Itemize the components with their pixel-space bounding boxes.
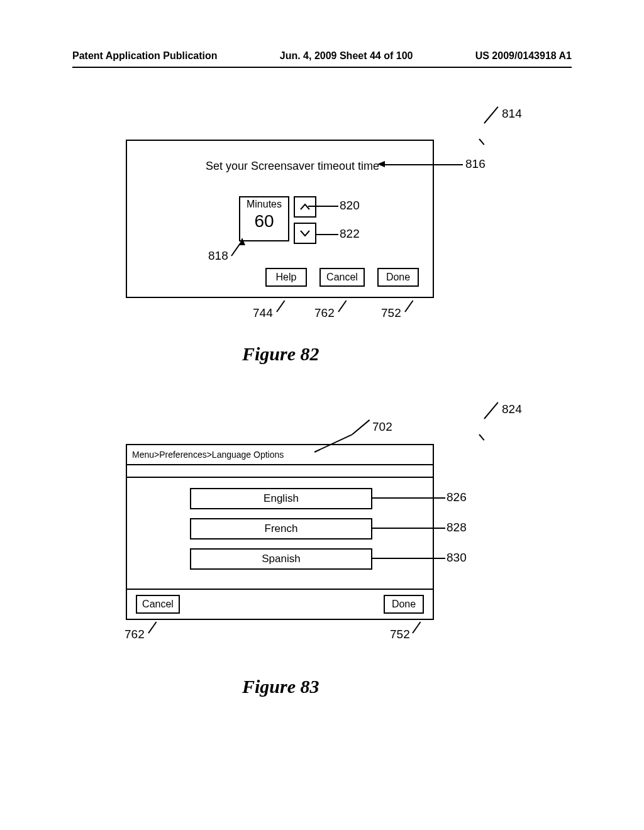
ref-814: 814 bbox=[502, 107, 522, 121]
panel-title: Set your Screensaver timeout time bbox=[127, 160, 433, 173]
lead-line bbox=[372, 558, 445, 559]
language-label: Spanish bbox=[262, 553, 300, 565]
language-label: French bbox=[265, 523, 298, 535]
ref-822: 822 bbox=[340, 227, 360, 241]
language-option-english[interactable]: English bbox=[190, 488, 372, 509]
lead-line bbox=[148, 621, 157, 633]
lead-line bbox=[484, 402, 498, 419]
done-button-label: Done bbox=[392, 599, 416, 610]
lead-line bbox=[316, 206, 338, 207]
figure-82-caption: Figure 82 bbox=[242, 343, 319, 365]
breadcrumb: Menu>Preferences>Language Options bbox=[127, 445, 433, 465]
bottom-bar: Cancel Done bbox=[127, 589, 433, 619]
arrowhead-icon bbox=[239, 238, 245, 245]
help-button-label: Help bbox=[276, 272, 297, 283]
lead-line bbox=[372, 528, 445, 529]
lead-line bbox=[484, 106, 498, 123]
ref-762: 762 bbox=[314, 306, 335, 320]
minutes-decrement-button[interactable] bbox=[294, 223, 316, 244]
cancel-button[interactable]: Cancel bbox=[319, 268, 365, 287]
done-button[interactable]: Done bbox=[384, 595, 424, 614]
ref-816: 816 bbox=[465, 157, 486, 171]
arrow-tick bbox=[479, 138, 484, 145]
minutes-label: Minutes bbox=[240, 199, 288, 210]
ref-818: 818 bbox=[208, 249, 228, 263]
lead-line bbox=[372, 497, 445, 499]
cancel-button-label: Cancel bbox=[326, 272, 358, 283]
arrowhead-icon bbox=[377, 161, 385, 167]
breadcrumb-text: Menu>Preferences>Language Options bbox=[132, 450, 284, 460]
language-option-french[interactable]: French bbox=[190, 518, 372, 540]
header-center: Jun. 4, 2009 Sheet 44 of 100 bbox=[280, 50, 413, 62]
header-right: US 2009/0143918 A1 bbox=[475, 50, 572, 62]
minutes-display: Minutes 60 bbox=[239, 196, 289, 241]
header-left: Patent Application Publication bbox=[72, 50, 218, 62]
lead-line bbox=[412, 621, 421, 633]
lead-tick bbox=[308, 206, 316, 207]
ref-752: 752 bbox=[381, 306, 401, 320]
lead-line bbox=[384, 164, 463, 165]
help-button[interactable]: Help bbox=[265, 268, 307, 287]
ref-828: 828 bbox=[447, 521, 467, 534]
ref-762b: 762 bbox=[125, 628, 145, 641]
ref-752b: 752 bbox=[390, 628, 410, 641]
ref-830: 830 bbox=[447, 551, 467, 565]
lead-line bbox=[352, 419, 370, 435]
cancel-button[interactable]: Cancel bbox=[136, 595, 180, 614]
chevron-down-icon bbox=[299, 230, 311, 237]
lead-line bbox=[404, 300, 413, 312]
language-options-panel: Menu>Preferences>Language Options Englis… bbox=[126, 444, 434, 620]
ref-824: 824 bbox=[502, 402, 522, 416]
ref-702: 702 bbox=[372, 420, 392, 434]
ref-744: 744 bbox=[253, 306, 273, 320]
done-button[interactable]: Done bbox=[377, 268, 419, 287]
language-label: English bbox=[264, 492, 299, 505]
lead-line bbox=[316, 234, 338, 235]
divider bbox=[127, 477, 433, 478]
done-button-label: Done bbox=[386, 272, 410, 283]
cancel-button-label: Cancel bbox=[142, 599, 174, 610]
ref-820: 820 bbox=[340, 199, 360, 213]
arrow-tick bbox=[479, 434, 484, 440]
minutes-increment-button[interactable] bbox=[294, 196, 316, 218]
chevron-up-icon bbox=[299, 203, 311, 211]
lead-line bbox=[338, 300, 347, 312]
language-option-spanish[interactable]: Spanish bbox=[190, 548, 372, 570]
screensaver-timeout-panel: Set your Screensaver timeout time Minute… bbox=[126, 140, 434, 298]
ref-826: 826 bbox=[447, 490, 467, 504]
minutes-value: 60 bbox=[240, 211, 288, 231]
page-header: Patent Application Publication Jun. 4, 2… bbox=[72, 50, 572, 62]
header-rule bbox=[72, 67, 572, 68]
figure-83-caption: Figure 83 bbox=[242, 676, 319, 697]
lead-line bbox=[276, 300, 285, 312]
